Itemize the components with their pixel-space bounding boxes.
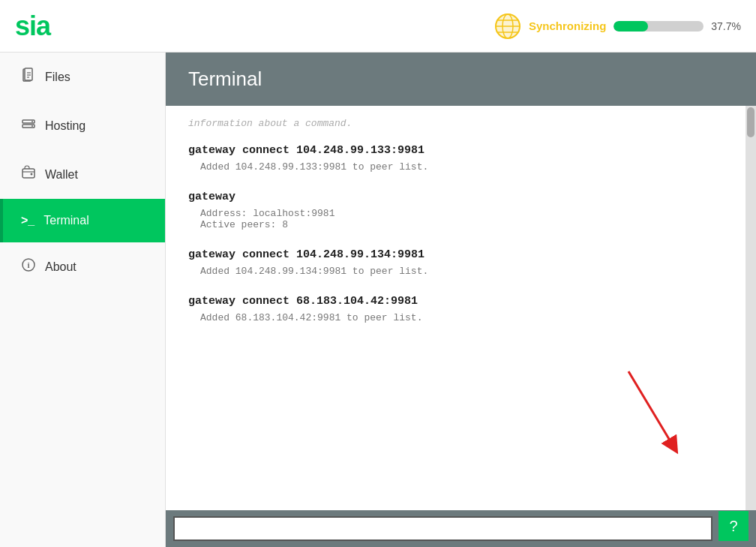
sidebar-item-hosting[interactable]: Hosting [0, 101, 165, 150]
globe-icon [494, 13, 521, 40]
terminal-body[interactable]: information about a command. gateway con… [166, 106, 756, 510]
sidebar-item-wallet[interactable]: Wallet [0, 150, 165, 199]
scrollbar[interactable] [746, 106, 756, 510]
content-area: Terminal information about a command. ga… [166, 53, 756, 547]
terminal-response-1: Added 104.248.99.133:9981 to peer list. [188, 160, 734, 180]
terminal-command-4: gateway connect 68.183.104.42:9981 [188, 284, 734, 311]
main-area: Files Hosting Wa [0, 53, 756, 547]
terminal-header: Terminal [166, 53, 756, 106]
sidebar-label-hosting: Hosting [45, 119, 86, 133]
arrow-annotation [606, 364, 696, 465]
terminal-response-2: Address: localhost:9981Active peers: 8 [188, 206, 734, 238]
sync-percent: 37.7% [711, 20, 741, 32]
terminal-scroll-area: information about a command. gateway con… [166, 106, 756, 338]
progress-bar [614, 21, 704, 32]
sidebar: Files Hosting Wa [0, 53, 166, 547]
terminal-command-3: gateway connect 104.248.99.134:9981 [188, 238, 734, 264]
logo: sia [15, 11, 50, 42]
sidebar-label-terminal: Terminal [44, 214, 88, 227]
svg-rect-7 [25, 68, 32, 80]
faded-line: information about a command. [188, 113, 734, 134]
svg-point-14 [32, 125, 33, 127]
svg-point-13 [32, 121, 33, 122]
sync-area: Synchronizing 37.7% [494, 13, 741, 40]
terminal-icon: >_ [21, 214, 34, 227]
files-icon [21, 68, 36, 86]
top-bar: sia Synchronizing 37.7% [0, 0, 756, 53]
sidebar-label-files: Files [45, 71, 70, 84]
terminal-command-2: gateway [188, 180, 734, 206]
svg-point-16 [31, 173, 33, 176]
help-button[interactable]: ? [718, 511, 748, 541]
about-icon: i [21, 257, 36, 276]
scrollbar-thumb[interactable] [747, 107, 754, 137]
sidebar-item-terminal[interactable]: >_ Terminal [0, 199, 165, 242]
svg-line-19 [628, 371, 674, 446]
hosting-icon [21, 116, 36, 135]
terminal-response-3: Added 104.248.99.134:9981 to peer list. [188, 264, 734, 284]
sidebar-label-wallet: Wallet [45, 168, 78, 182]
terminal-command-1: gateway connect 104.248.99.133:9981 [188, 134, 734, 160]
terminal-input[interactable] [173, 516, 712, 541]
sidebar-label-about: About [45, 260, 76, 274]
svg-text:i: i [27, 260, 29, 269]
wallet-icon [21, 165, 36, 184]
sync-label: Synchronizing [529, 20, 606, 32]
terminal-bottom: ? [166, 510, 756, 547]
svg-rect-15 [22, 169, 34, 178]
sidebar-item-files[interactable]: Files [0, 53, 165, 101]
terminal-response-4: Added 68.183.104.42:9981 to peer list. [188, 311, 734, 331]
sidebar-item-about[interactable]: i About [0, 242, 165, 291]
terminal-title: Terminal [188, 68, 262, 90]
progress-bar-fill [614, 21, 647, 32]
logo-text: sia [15, 11, 50, 42]
